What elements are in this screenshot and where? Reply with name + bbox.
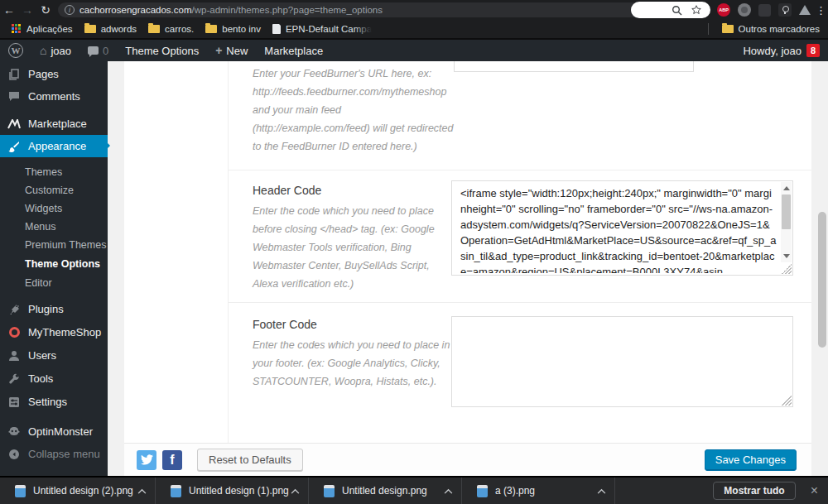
download-item[interactable]: a (3).png — [462, 478, 615, 504]
theme-options-menu[interactable]: Theme Options — [117, 40, 207, 61]
sidebar-item-plugins[interactable]: Plugins — [0, 298, 108, 320]
bookmark-apps[interactable]: Aplicações — [12, 24, 73, 34]
bookmark-folder-adwords[interactable]: adwords — [84, 24, 137, 34]
download-item[interactable]: Untitled design (2).png — [0, 478, 156, 504]
sidebar-item-appearance[interactable]: Appearance — [0, 135, 108, 157]
browser-toolbar: ← → ↻ i cachorrosengracados.com/wp-admin… — [0, 0, 828, 20]
other-bookmarks[interactable]: Outros marcadores — [708, 23, 828, 35]
feedburner-url-input[interactable] — [454, 61, 694, 72]
marketplace-icon — [7, 119, 22, 129]
collapse-icon — [7, 449, 22, 460]
sidebar-sub-theme-options[interactable]: Theme Options — [0, 255, 108, 273]
sidebar-item-optinmonster[interactable]: OptinMonster — [0, 420, 108, 443]
sidebar-sub-customize[interactable]: Customize — [0, 181, 108, 199]
sidebar-label: Users — [28, 349, 56, 362]
sidebar-sub-menus[interactable]: Menus — [0, 218, 108, 236]
facebook-f-icon: f — [170, 453, 174, 468]
site-info-icon[interactable]: i — [65, 5, 75, 15]
sidebar-label: MyThemeShop — [28, 326, 101, 338]
header-code-textarea[interactable]: <iframe style="width:120px;height:240px;… — [451, 180, 793, 276]
forward-icon[interactable]: → — [18, 3, 36, 17]
chevron-up-icon[interactable] — [137, 488, 147, 494]
site-name-menu[interactable]: ⌂joao — [31, 40, 79, 61]
download-item[interactable]: Untitled design.png — [309, 478, 462, 504]
sidebar-sub-themes[interactable]: Themes — [0, 163, 108, 181]
wp-logo-menu[interactable]: W — [0, 40, 31, 61]
marketplace-menu[interactable]: Marketplace — [256, 40, 331, 61]
bookmark-folder-carros[interactable]: carros. — [148, 24, 194, 34]
sidebar-label: Collapse menu — [28, 448, 100, 460]
sidebar-item-marketplace[interactable]: Marketplace — [0, 113, 108, 135]
extensions-row: ABP — [717, 3, 811, 17]
feedburner-description: Enter your FeedBurner's URL here, ex: ht… — [253, 65, 455, 156]
url-bar[interactable]: i cachorrosengracados.com/wp-admin/theme… — [58, 2, 710, 17]
theme-options-label: Theme Options — [125, 45, 199, 57]
sidebar-collapse-menu[interactable]: Collapse menu — [0, 443, 108, 465]
footer-code-title: Footer Code — [253, 318, 317, 331]
my-account-menu[interactable]: Howdy, joao 8 — [743, 44, 828, 57]
twitter-bird-icon — [141, 454, 153, 465]
comments-menu[interactable]: 0 — [79, 40, 117, 61]
download-item[interactable]: Untitled design (1).png — [156, 478, 309, 504]
image-file-icon — [15, 485, 26, 497]
folder-icon — [148, 25, 160, 33]
browser-menu-icon[interactable]: ⋮ — [816, 4, 826, 17]
sidebar-item-mythemeshop[interactable]: MyThemeShop — [0, 321, 108, 343]
download-filename: Untitled design (2).png — [33, 485, 133, 497]
google-drive-icon[interactable] — [799, 5, 811, 15]
save-changes-button[interactable]: Save Changes — [705, 449, 797, 471]
chevron-up-icon[interactable] — [444, 488, 453, 494]
adblock-plus-icon[interactable]: ABP — [717, 3, 730, 17]
howdy-label: Howdy, joao — [743, 45, 802, 57]
extension-lightbulb-icon[interactable] — [778, 3, 792, 17]
comments-icon — [7, 91, 22, 103]
footer-code-textarea[interactable] — [451, 316, 793, 407]
sidebar-sub-premium-themes[interactable]: Premium Themes — [0, 236, 108, 254]
page-scrollbar-thumb[interactable] — [818, 212, 826, 348]
reload-icon[interactable]: ↻ — [36, 3, 55, 17]
mythemeshop-icon — [7, 327, 22, 338]
sidebar-sub-editor[interactable]: Editor — [0, 274, 108, 292]
download-filename: Untitled design.png — [342, 485, 427, 497]
sidebar-sub-widgets[interactable]: Widgets — [0, 199, 108, 218]
sidebar-item-users[interactable]: Users — [0, 344, 108, 367]
zoom-magnifier-icon[interactable] — [672, 5, 682, 16]
chevron-up-icon[interactable] — [291, 488, 300, 494]
sidebar-label: Plugins — [28, 303, 64, 315]
twitter-share-button[interactable] — [137, 450, 156, 470]
extension-circle-icon[interactable] — [738, 3, 751, 17]
bookmark-epn-default[interactable]: EPN-Default Campaig — [272, 24, 372, 34]
extension-square-icon[interactable] — [758, 4, 771, 17]
folder-icon — [205, 25, 217, 33]
download-filename: Untitled design (1).png — [189, 485, 289, 497]
facebook-share-button[interactable]: f — [162, 450, 182, 470]
scroll-up-icon[interactable] — [783, 186, 790, 190]
comments-bubble-icon — [88, 46, 99, 55]
other-bookmarks-label: Outros marcadores — [739, 24, 820, 34]
wordpress-logo-icon: W — [8, 43, 23, 58]
sidebar-item-tools[interactable]: Tools — [0, 367, 108, 390]
settings-icon — [7, 396, 22, 408]
section-divider — [228, 170, 811, 170]
download-filename: a (3).png — [495, 485, 535, 497]
sidebar-item-comments[interactable]: Comments — [0, 85, 108, 108]
new-content-menu[interactable]: +New — [207, 40, 256, 61]
close-downloads-icon[interactable]: × — [811, 483, 818, 498]
page-url[interactable]: cachorrosengracados.com/wp-admin/themes.… — [79, 5, 383, 15]
bookmark-folder-bento-inv[interactable]: bento inv — [205, 24, 261, 34]
resize-grip-icon[interactable] — [782, 264, 792, 274]
appearance-pointer-arrow — [103, 138, 118, 153]
textarea-scrollbar[interactable] — [781, 182, 792, 262]
reset-to-defaults-button[interactable]: Reset to Defaults — [197, 449, 303, 471]
scrollbar-thumb[interactable] — [782, 194, 791, 229]
scroll-down-icon[interactable] — [783, 254, 790, 258]
back-icon[interactable]: ← — [0, 3, 18, 17]
bookmark-star-icon[interactable] — [691, 4, 702, 16]
resize-grip-icon[interactable] — [782, 396, 792, 406]
section-divider — [228, 302, 811, 303]
sidebar-item-settings[interactable]: Settings — [0, 391, 108, 413]
sidebar-item-pages[interactable]: Pages — [0, 63, 108, 85]
chevron-up-icon[interactable] — [597, 488, 606, 494]
show-all-downloads-button[interactable]: Mostrar tudo — [713, 482, 795, 500]
sidebar-label: Settings — [28, 396, 67, 408]
